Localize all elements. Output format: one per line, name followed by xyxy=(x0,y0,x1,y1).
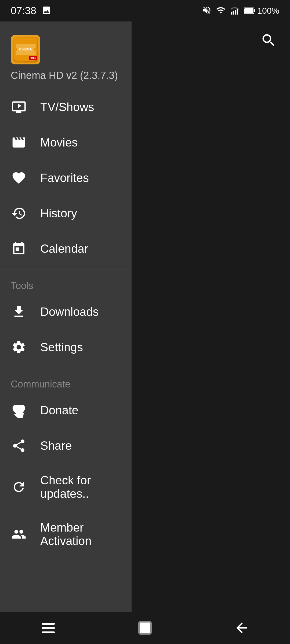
sidebar-item-share[interactable]: Share xyxy=(0,428,132,463)
sidebar-item-favorites[interactable]: Favorites xyxy=(0,160,132,196)
app-title: Cinema HD v2 (2.3.7.3) xyxy=(11,70,121,81)
sidebar-item-movies[interactable]: Movies xyxy=(0,125,132,160)
status-icons: 100% xyxy=(202,5,279,16)
tv-icon xyxy=(11,100,27,115)
svg-text:FREE: FREE xyxy=(30,57,36,59)
sidebar-item-label-settings: Settings xyxy=(40,341,83,354)
sidebar-item-downloads[interactable]: Downloads xyxy=(0,294,132,330)
svg-rect-5 xyxy=(254,9,255,12)
calendar-icon xyxy=(11,241,27,256)
svg-rect-3 xyxy=(237,9,238,15)
sidebar-item-member-activation[interactable]: Member Activation xyxy=(0,511,132,558)
svg-rect-17 xyxy=(139,622,151,634)
sidebar-item-history[interactable]: History xyxy=(0,196,132,231)
donate-icon xyxy=(11,403,27,418)
sidebar-item-label-check-updates: Check for updates.. xyxy=(40,474,121,500)
sidebar-item-check-updates[interactable]: Check for updates.. xyxy=(0,463,132,511)
sidebar-item-label-history: History xyxy=(40,207,77,220)
svg-text:CINEMA: CINEMA xyxy=(19,47,32,51)
svg-point-9 xyxy=(14,47,17,51)
svg-point-10 xyxy=(34,47,38,51)
svg-rect-14 xyxy=(42,623,55,625)
tools-section-label: Tools xyxy=(0,272,132,294)
sidebar-item-donate[interactable]: Donate xyxy=(0,393,132,428)
app-logo: CINEMA FREE xyxy=(11,35,40,64)
sidebar-item-label-movies: Movies xyxy=(40,136,78,149)
signal-icon xyxy=(230,5,240,16)
bottom-nav-bar xyxy=(0,612,290,644)
nav-menu-button[interactable] xyxy=(35,617,62,639)
tools-divider xyxy=(0,269,132,269)
sidebar-item-label-downloads: Downloads xyxy=(40,305,99,319)
history-icon xyxy=(11,206,27,221)
people-icon xyxy=(11,527,27,542)
main-layout: CINEMA FREE Cinema HD v2 (2.3.7.3) TV/Sh… xyxy=(0,21,290,612)
nav-home-button[interactable] xyxy=(132,617,158,639)
svg-rect-0 xyxy=(231,12,232,15)
svg-rect-16 xyxy=(42,631,55,633)
svg-rect-1 xyxy=(233,11,234,15)
communicate-section-label: Communicate xyxy=(0,371,132,393)
nav-back-button[interactable] xyxy=(228,617,255,639)
search-button[interactable] xyxy=(258,30,279,51)
right-panel xyxy=(132,21,290,612)
status-bar: 07:38 100% xyxy=(0,0,290,21)
svg-rect-6 xyxy=(244,8,253,13)
sidebar-item-label-member-activation: Member Activation xyxy=(40,521,121,548)
battery-icon: 100% xyxy=(244,6,279,16)
movie-icon xyxy=(11,135,27,150)
sidebar-item-label-donate: Donate xyxy=(40,404,78,417)
sidebar-item-label-share: Share xyxy=(40,439,72,452)
sidebar-item-label-tv-shows: TV/Shows xyxy=(40,100,94,114)
communicate-divider xyxy=(0,368,132,368)
sidebar-item-settings[interactable]: Settings xyxy=(0,330,132,365)
mute-icon xyxy=(202,5,212,16)
settings-icon xyxy=(11,340,27,355)
svg-rect-15 xyxy=(42,627,55,629)
sidebar-item-tv-shows[interactable]: TV/Shows xyxy=(0,89,132,125)
sidebar: CINEMA FREE Cinema HD v2 (2.3.7.3) TV/Sh… xyxy=(0,21,132,612)
refresh-icon xyxy=(11,480,27,495)
sidebar-item-label-favorites: Favorites xyxy=(40,171,89,185)
share-icon xyxy=(11,438,27,453)
sidebar-item-label-calendar: Calendar xyxy=(40,242,88,255)
app-header: CINEMA FREE Cinema HD v2 (2.3.7.3) xyxy=(0,21,132,89)
wifi-icon xyxy=(216,5,226,16)
sidebar-item-calendar[interactable]: Calendar xyxy=(0,231,132,266)
status-time: 07:38 xyxy=(11,5,36,17)
battery-level: 100% xyxy=(257,6,279,16)
image-icon xyxy=(42,5,51,16)
download-icon xyxy=(11,304,27,319)
heart-icon xyxy=(11,170,27,185)
svg-rect-2 xyxy=(235,10,236,15)
